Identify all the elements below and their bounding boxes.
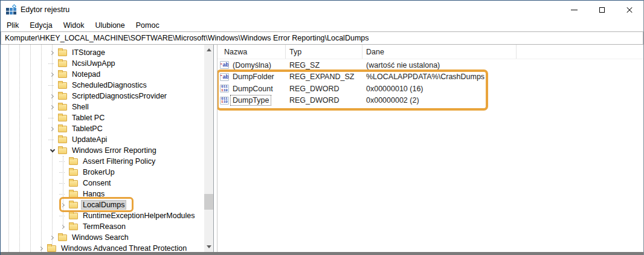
value-data: %LOCALAPPDATA%\CrashDumps: [362, 73, 485, 81]
column-header-typ[interactable]: Typ: [286, 45, 362, 59]
chevron-right-icon[interactable]: [59, 222, 68, 231]
chevron-right-icon[interactable]: [48, 233, 57, 242]
values-header: Nazwa Typ Dane: [217, 45, 643, 59]
tree-item-windows-advanced-threat-protection[interactable]: Windows Advanced Threat Protection: [1, 243, 204, 252]
scrollbar-down-button[interactable]: [204, 242, 213, 252]
tree-item-windows-error-reporting[interactable]: Windows Error Reporting: [1, 145, 204, 156]
chevron-right-icon[interactable]: [48, 48, 57, 57]
tree-vertical-scrollbar[interactable]: [204, 45, 213, 252]
tree-item-label: UpdateApi: [70, 135, 109, 144]
folder-icon: [47, 245, 56, 252]
caption-buttons: [560, 1, 643, 19]
menu-item-ulubione[interactable]: Ulubione: [89, 20, 130, 31]
tree-item-label: TermReason: [81, 222, 127, 231]
value-data: 0x00000002 (2): [362, 96, 419, 105]
maximize-button[interactable]: [588, 1, 616, 19]
value-name: DumpFolder: [231, 72, 276, 82]
tree-item-updateapi[interactable]: UpdateApi: [1, 134, 204, 145]
dword-value-icon: 011110: [220, 85, 229, 92]
folder-icon: [58, 71, 67, 78]
folder-icon: [69, 202, 78, 208]
minimize-button[interactable]: [560, 1, 588, 19]
tree-item-notepad[interactable]: Notepad: [1, 69, 204, 80]
value-row--domy-lna-[interactable]: ”ab(Domyślna)REG_SZ(wartość nie ustalona…: [217, 59, 643, 71]
value-name-cell: ”abDumpFolder: [217, 72, 286, 82]
values-pane: Nazwa Typ Dane ”ab(Domyślna)REG_SZ(warto…: [217, 45, 643, 252]
value-type: REG_DWORD: [286, 96, 362, 105]
tree-connector: [48, 81, 57, 89]
value-data: 0x00000010 (16): [362, 85, 423, 93]
folder-icon: [69, 158, 78, 165]
address-bar[interactable]: Komputer\HKEY_LOCAL_MACHINE\SOFTWARE\Mic…: [1, 31, 643, 45]
maximize-icon: [599, 7, 605, 13]
tree-item-localdumps[interactable]: LocalDumps: [1, 199, 204, 210]
bottom-border: [1, 252, 643, 255]
menu-item-pomoc[interactable]: Pomoc: [130, 20, 165, 31]
registry-tree-pane: ITStorageNcsiUwpAppNotepadScheduledDiagn…: [1, 45, 204, 252]
tree-item-label: Shell: [70, 103, 91, 111]
tree-item-label: RuntimeExceptionHelperModules: [81, 211, 197, 220]
scrollbar-up-button[interactable]: [204, 45, 213, 55]
tree-item-label: Windows Advanced Threat Protection: [59, 244, 188, 252]
folder-icon: [58, 104, 67, 111]
chevron-right-icon[interactable]: [59, 201, 68, 209]
tree-item-label: Tablet PC: [70, 114, 106, 122]
values-rows: ”ab(Domyślna)REG_SZ(wartość nie ustalona…: [217, 59, 643, 106]
tree-item-brokerup[interactable]: BrokerUp: [1, 167, 204, 178]
tree-item-scripteddiagnosticsprovider[interactable]: ScriptedDiagnosticsProvider: [1, 91, 204, 102]
chevron-right-icon[interactable]: [37, 244, 46, 252]
menu-item-edycja[interactable]: Edycja: [24, 20, 58, 31]
tree-item-ncsiuwpapp[interactable]: NcsiUwpApp: [1, 58, 204, 69]
tree-item-label: Hangs: [81, 190, 106, 198]
chevron-right-icon[interactable]: [48, 92, 57, 100]
chevron-down-icon[interactable]: [48, 146, 57, 155]
tree-item-label: Assert Filtering Policy: [81, 157, 157, 166]
tree-connector: [59, 211, 68, 220]
folder-icon: [69, 224, 78, 230]
scrollbar-thumb[interactable]: [204, 194, 213, 210]
registry-icon: [6, 5, 16, 15]
tree-item-assert-filtering-policy[interactable]: Assert Filtering Policy: [1, 156, 204, 167]
value-row-dumpfolder[interactable]: ”abDumpFolderREG_EXPAND_SZ%LOCALAPPDATA%…: [217, 71, 643, 83]
tree-item-runtimeexceptionhelpermodules[interactable]: RuntimeExceptionHelperModules: [1, 210, 204, 221]
tree-item-itstorage[interactable]: ITStorage: [1, 47, 204, 58]
column-header-nazwa[interactable]: Nazwa: [217, 45, 286, 59]
tree-item-shell[interactable]: Shell: [1, 102, 204, 112]
folder-icon: [58, 234, 67, 241]
value-name: (Domyślna): [231, 60, 273, 70]
tree-connector: [59, 157, 68, 166]
tree-connector: [59, 190, 68, 198]
folder-icon: [69, 169, 78, 176]
folder-icon: [58, 60, 67, 67]
tree-item-windows-search[interactable]: Windows Search: [1, 232, 204, 243]
value-row-dumptype[interactable]: 011110DumpTypeREG_DWORD0x00000002 (2): [217, 95, 643, 107]
pane-divider[interactable]: [213, 45, 217, 252]
folder-icon: [58, 93, 67, 100]
tree-item-consent[interactable]: Consent: [1, 178, 204, 189]
tree-item-scheduleddiagnostics[interactable]: ScheduledDiagnostics: [1, 80, 204, 91]
folder-icon: [58, 137, 67, 143]
folder-icon: [58, 50, 67, 56]
menu-item-plik[interactable]: Plik: [1, 20, 24, 31]
chevron-right-icon[interactable]: [48, 70, 57, 79]
menu-item-widok[interactable]: Widok: [58, 20, 90, 31]
main-area: ITStorageNcsiUwpAppNotepadScheduledDiagn…: [1, 45, 643, 252]
tree-item-label: NcsiUwpApp: [70, 59, 117, 68]
minimize-icon: [571, 10, 578, 10]
folder-icon: [69, 213, 78, 219]
menu-bar: PlikEdycjaWidokUlubionePomoc: [1, 19, 643, 31]
string-value-icon: ”ab: [220, 61, 229, 69]
tree-item-tabletpc[interactable]: TabletPC: [1, 123, 204, 134]
folder-icon: [58, 82, 67, 89]
value-name-cell: ”ab(Domyślna): [217, 60, 286, 70]
tree-item-tablet-pc[interactable]: Tablet PC: [1, 112, 204, 123]
value-name-cell: 011110DumpType: [217, 95, 286, 105]
tree-item-label: BrokerUp: [81, 168, 117, 176]
tree-item-hangs[interactable]: Hangs: [1, 189, 204, 199]
close-button[interactable]: [616, 1, 643, 19]
column-header-dane[interactable]: Dane: [362, 45, 517, 59]
chevron-right-icon[interactable]: [48, 124, 57, 133]
chevron-right-icon[interactable]: [48, 103, 57, 111]
value-row-dumpcount[interactable]: 011110DumpCountREG_DWORD0x00000010 (16): [217, 83, 643, 95]
tree-item-termreason[interactable]: TermReason: [1, 221, 204, 232]
